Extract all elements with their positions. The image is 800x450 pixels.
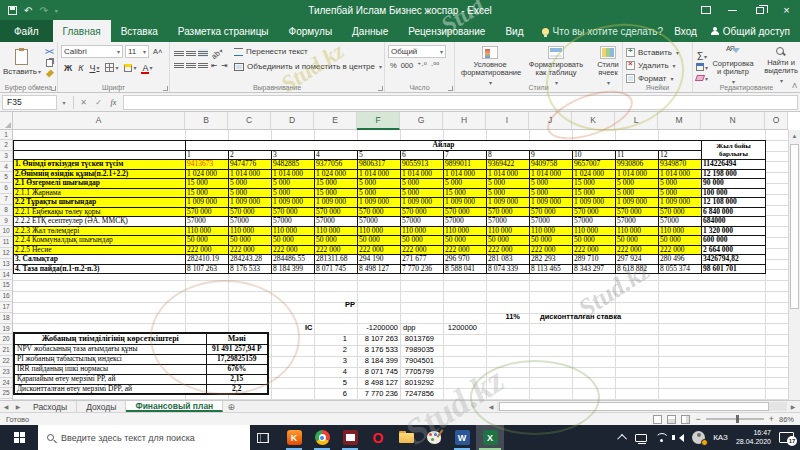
name-box-dropdown-icon[interactable]: ▾: [57, 99, 71, 106]
tray-expand-icon[interactable]: [617, 434, 627, 444]
row-header-3[interactable]: 3: [0, 151, 12, 162]
taskbar-app-opera[interactable]: O: [364, 425, 392, 450]
pp-cashflow[interactable]: 8 498 127: [328, 378, 398, 388]
value-cell[interactable]: 284486.55: [272, 255, 315, 265]
month-number[interactable]: 5: [358, 150, 401, 160]
total-cell[interactable]: 98 601 701: [702, 264, 766, 274]
value-cell[interactable]: 15 000: [573, 188, 616, 198]
language-indicator[interactable]: КАЗ: [713, 433, 728, 442]
value-cell[interactable]: 57000: [487, 217, 530, 227]
value-cell[interactable]: 570 000: [358, 207, 401, 217]
value-cell[interactable]: 9055913: [401, 160, 444, 170]
tab-Файл[interactable]: Файл: [0, 20, 53, 42]
tab-Формулы[interactable]: Формулы: [279, 20, 343, 42]
sheet-grid[interactable]: АйларЖыл бойы барлығы1234567891011121. Ө…: [13, 130, 788, 400]
value-cell[interactable]: 1 014 000: [358, 169, 401, 179]
zoom-in-icon[interactable]: +: [769, 414, 774, 424]
value-cell[interactable]: 9657007: [573, 160, 616, 170]
pp-discounted[interactable]: 8013769: [401, 334, 434, 344]
row-label[interactable]: 3. Салықтар: [14, 255, 186, 265]
vertical-scrollbar[interactable]: ▲: [788, 130, 800, 400]
taskbar-app-paint[interactable]: [420, 425, 448, 450]
row-label[interactable]: 2.Өнімнің өзіндік құны(п.2.1+2.2): [14, 169, 186, 179]
value-cell[interactable]: 5 000: [272, 179, 315, 189]
tab-Вставка[interactable]: Вставка: [111, 20, 168, 42]
fill-color-button[interactable]: [121, 61, 139, 74]
collapse-ribbon-icon[interactable]: ᐱ: [792, 82, 797, 90]
font-size-select[interactable]: 11: [125, 45, 149, 58]
value-cell[interactable]: 5 000: [444, 179, 487, 189]
value-cell[interactable]: 570 000: [315, 207, 358, 217]
value-cell[interactable]: 57000: [358, 217, 401, 227]
task-view-button[interactable]: [250, 425, 276, 450]
clear-button[interactable]: [696, 74, 708, 83]
row-label[interactable]: 2.2.4 Коммуналдық шығындар: [14, 236, 186, 246]
align-center-icon[interactable]: [186, 61, 196, 69]
value-cell[interactable]: 1 024 000: [315, 169, 358, 179]
share-button[interactable]: Общий доступ: [711, 26, 790, 37]
value-cell[interactable]: 5 000: [616, 188, 659, 198]
cancel-icon[interactable]: ✕: [76, 98, 91, 107]
value-cell[interactable]: 5 000: [229, 188, 272, 198]
column-header-B[interactable]: B: [185, 112, 228, 129]
row-header-24[interactable]: 24: [0, 378, 12, 389]
value-cell[interactable]: 9482885: [272, 160, 315, 170]
fill-button[interactable]: [696, 63, 708, 72]
value-cell[interactable]: 1 009 000: [315, 198, 358, 208]
value-cell[interactable]: 8 343 297: [573, 264, 616, 274]
hscroll-left-icon[interactable]: ◀: [486, 403, 496, 410]
row-header-18[interactable]: 18: [0, 313, 12, 324]
row-header-16[interactable]: 16: [0, 291, 12, 302]
value-cell[interactable]: 9369422: [487, 160, 530, 170]
horizontal-scrollbar[interactable]: [497, 402, 787, 411]
row-header-12[interactable]: 12: [0, 248, 12, 259]
column-header-E[interactable]: E: [314, 112, 357, 129]
tab-Рецензирование[interactable]: Рецензирование: [398, 20, 495, 42]
value-cell[interactable]: 50 000: [444, 236, 487, 246]
value-cell[interactable]: 7 770 236: [401, 264, 444, 274]
value-cell[interactable]: 57000: [616, 217, 659, 227]
column-header-C[interactable]: C: [228, 112, 271, 129]
value-cell[interactable]: 57000: [530, 217, 573, 227]
ribbon-display-options-button[interactable]: [692, 0, 719, 20]
month-number[interactable]: 6: [401, 150, 444, 160]
close-button[interactable]: ×: [773, 0, 800, 20]
value-cell[interactable]: 8 055 374: [659, 264, 702, 274]
row-header-1[interactable]: 1: [0, 130, 12, 140]
value-cell[interactable]: 289 710: [573, 255, 616, 265]
pp-discounted[interactable]: 7989035: [401, 345, 434, 355]
start-button[interactable]: [0, 425, 38, 450]
pp-discounted[interactable]: 7247856: [401, 389, 434, 399]
value-cell[interactable]: 294 190: [358, 255, 401, 265]
align-left-icon[interactable]: [174, 61, 184, 69]
value-cell[interactable]: 50 000: [616, 236, 659, 246]
save-icon[interactable]: [8, 6, 17, 15]
zoom-out-icon[interactable]: −: [695, 414, 700, 424]
cell-styles-button[interactable]: Стили ячеек: [590, 45, 626, 88]
indicators-header[interactable]: Жобаның тиімділігінің көрсеткіштері: [14, 333, 206, 344]
format-cells-button[interactable]: Формат: [626, 72, 690, 84]
taskbar-app-chrome[interactable]: [308, 425, 336, 450]
row-header-21[interactable]: 21: [0, 345, 12, 356]
value-cell[interactable]: 1 009 000: [272, 198, 315, 208]
month-number[interactable]: 10: [573, 150, 616, 160]
value-cell[interactable]: 9409758: [530, 160, 573, 170]
normal-view-icon[interactable]: [653, 415, 662, 424]
zoom-level[interactable]: 86%: [779, 415, 794, 424]
month-number[interactable]: 3: [272, 150, 315, 160]
pp-cashflow[interactable]: 8 184 399: [328, 356, 398, 366]
align-right-icon[interactable]: [198, 61, 208, 69]
taskbar-app-explorer[interactable]: [392, 425, 420, 450]
value-cell[interactable]: 5 000: [358, 188, 401, 198]
dialog-launcher-icon[interactable]: [448, 86, 453, 91]
value-cell[interactable]: 5 000: [358, 179, 401, 189]
notification-center-icon[interactable]: 17: [779, 431, 794, 444]
value-cell[interactable]: 8 074 339: [487, 264, 530, 274]
column-header-J[interactable]: J: [529, 112, 572, 129]
month-number[interactable]: 8: [487, 150, 530, 160]
value-cell[interactable]: 281 083: [487, 255, 530, 265]
value-cell[interactable]: 9349870: [659, 160, 702, 170]
value-cell[interactable]: 1 014 000: [229, 169, 272, 179]
wrap-text-button[interactable]: Перенести текст: [234, 45, 382, 58]
value-cell[interactable]: 50 000: [315, 236, 358, 246]
